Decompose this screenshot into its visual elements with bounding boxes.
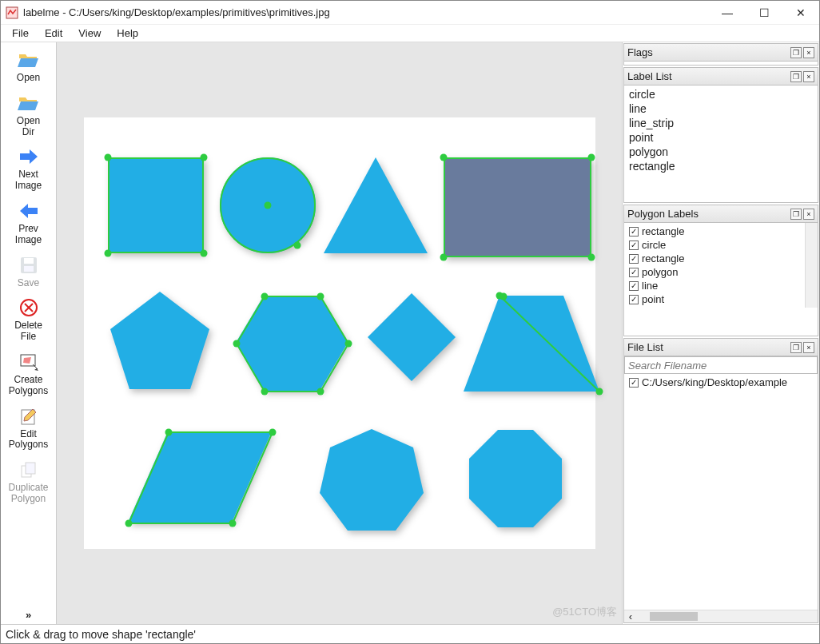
status-bar: Click & drag to move shape 'rectangle' bbox=[1, 624, 819, 643]
list-item[interactable]: point bbox=[627, 130, 814, 145]
list-item[interactable]: ✓rectangle bbox=[627, 252, 802, 265]
svg-rect-3 bbox=[24, 266, 34, 272]
svg-marker-16 bbox=[368, 293, 456, 381]
panel-label-list: Label List ❐ × circle line line_strip po… bbox=[623, 67, 818, 203]
panel-title: Flags bbox=[627, 46, 653, 58]
svg-rect-12 bbox=[26, 463, 35, 474]
canvas-area[interactable]: @51CTO博客 bbox=[57, 42, 623, 624]
list-item[interactable]: ✓line bbox=[627, 279, 802, 292]
menubar: File Edit View Help bbox=[1, 25, 819, 42]
menu-help[interactable]: Help bbox=[109, 26, 146, 41]
arrow-right-icon bbox=[18, 145, 40, 168]
folder-open-icon bbox=[18, 49, 40, 71]
label-list-body[interactable]: circle line line_strip point polygon rec… bbox=[624, 85, 818, 202]
panel-title: Label List bbox=[627, 70, 672, 82]
svg-marker-21 bbox=[320, 429, 424, 531]
create-polygon-icon bbox=[18, 351, 40, 373]
list-item[interactable]: ✓rectangle bbox=[627, 225, 802, 238]
checkbox-icon[interactable]: ✓ bbox=[629, 295, 639, 304]
tool-next-image[interactable]: Next Image bbox=[3, 142, 54, 195]
tool-open[interactable]: Open bbox=[3, 46, 54, 87]
checkbox-icon[interactable]: ✓ bbox=[629, 227, 639, 237]
panel-undock-button[interactable]: ❐ bbox=[790, 209, 802, 220]
list-item[interactable]: ✓circle bbox=[627, 238, 802, 252]
search-input[interactable] bbox=[624, 356, 818, 374]
delete-icon bbox=[18, 296, 40, 319]
svg-marker-17 bbox=[464, 296, 599, 392]
tool-delete-file[interactable]: Delete File bbox=[3, 293, 54, 346]
right-sidebar: Flags ❐ × Label List ❐ × circle line lin… bbox=[623, 42, 819, 624]
svg-marker-9 bbox=[34, 368, 38, 371]
list-item[interactable]: line_strip bbox=[627, 116, 814, 130]
panel-undock-button[interactable]: ❐ bbox=[790, 47, 802, 58]
scrollbar-vertical[interactable] bbox=[805, 223, 818, 308]
file-list-body[interactable]: ✓C:/Users/king/Desktop/example bbox=[624, 374, 818, 610]
checkbox-icon[interactable]: ✓ bbox=[629, 281, 639, 291]
list-item[interactable]: line bbox=[627, 101, 814, 116]
list-item[interactable]: rectangle bbox=[627, 159, 814, 173]
panel-flags: Flags ❐ × bbox=[623, 43, 818, 66]
menu-edit[interactable]: Edit bbox=[37, 26, 70, 41]
list-item[interactable]: circle bbox=[627, 87, 814, 101]
list-item[interactable]: polygon bbox=[627, 145, 814, 159]
app-icon bbox=[6, 6, 18, 19]
save-icon bbox=[18, 254, 40, 276]
watermark: @51CTO博客 bbox=[552, 605, 617, 619]
panel-undock-button[interactable]: ❐ bbox=[790, 342, 802, 353]
minimize-button[interactable]: — bbox=[709, 1, 746, 24]
tool-open-dir[interactable]: Open Dir bbox=[3, 89, 54, 141]
tool-create-polygons[interactable]: Create Polygons bbox=[3, 348, 54, 400]
scrollbar-horizontal[interactable]: ‹ bbox=[624, 610, 818, 622]
folder-dir-icon bbox=[18, 92, 40, 114]
svg-marker-14 bbox=[236, 296, 348, 391]
window-title: labelme - C:/Users/king/Desktop/examples… bbox=[23, 6, 709, 18]
maximize-button[interactable]: ☐ bbox=[746, 1, 782, 24]
arrow-left-icon bbox=[18, 200, 40, 222]
tool-duplicate-polygon: Duplicate Polygon bbox=[3, 455, 54, 508]
svg-marker-13 bbox=[110, 292, 209, 389]
list-item[interactable]: ✓C:/Users/king/Desktop/example bbox=[627, 376, 814, 389]
toolbar-more-icon[interactable]: » bbox=[26, 609, 31, 621]
menu-view[interactable]: View bbox=[70, 26, 109, 41]
duplicate-icon bbox=[18, 459, 40, 481]
list-item[interactable]: ✓point bbox=[627, 292, 802, 306]
svg-marker-22 bbox=[469, 430, 562, 527]
tool-edit-polygons[interactable]: Edit Polygons bbox=[3, 402, 54, 455]
checkbox-icon[interactable]: ✓ bbox=[629, 268, 639, 277]
flags-body[interactable] bbox=[624, 62, 818, 65]
tool-prev-image[interactable]: Prev Image bbox=[3, 197, 54, 249]
checkbox-icon[interactable]: ✓ bbox=[629, 241, 639, 250]
panel-undock-button[interactable]: ❐ bbox=[790, 71, 802, 82]
checkbox-icon[interactable]: ✓ bbox=[629, 254, 639, 264]
panel-close-button[interactable]: × bbox=[803, 47, 814, 58]
panel-title: File List bbox=[627, 341, 663, 353]
tool-save: Save bbox=[3, 251, 54, 292]
list-item[interactable]: ✓polygon bbox=[627, 265, 802, 279]
checkbox-icon[interactable]: ✓ bbox=[629, 378, 639, 388]
close-button[interactable]: ✕ bbox=[782, 1, 819, 24]
panel-close-button[interactable]: × bbox=[803, 342, 814, 353]
titlebar: labelme - C:/Users/king/Desktop/examples… bbox=[1, 1, 819, 25]
panel-file-list: File List ❐ × ✓C:/Users/king/Desktop/exa… bbox=[623, 338, 818, 623]
panel-close-button[interactable]: × bbox=[803, 71, 814, 82]
polygon-labels-body[interactable]: ✓rectangle ✓circle ✓rectangle ✓polygon ✓… bbox=[624, 223, 805, 308]
toolbar: Open Open Dir Next Image Prev Image Save… bbox=[1, 42, 57, 624]
panel-polygon-labels: Polygon Labels ❐ × ✓rectangle ✓circle ✓r… bbox=[623, 205, 818, 336]
edit-icon bbox=[18, 405, 40, 427]
panel-close-button[interactable]: × bbox=[803, 209, 814, 220]
svg-marker-19 bbox=[128, 431, 272, 523]
menu-file[interactable]: File bbox=[4, 26, 37, 41]
svg-rect-2 bbox=[24, 258, 34, 264]
panel-title: Polygon Labels bbox=[627, 208, 699, 220]
